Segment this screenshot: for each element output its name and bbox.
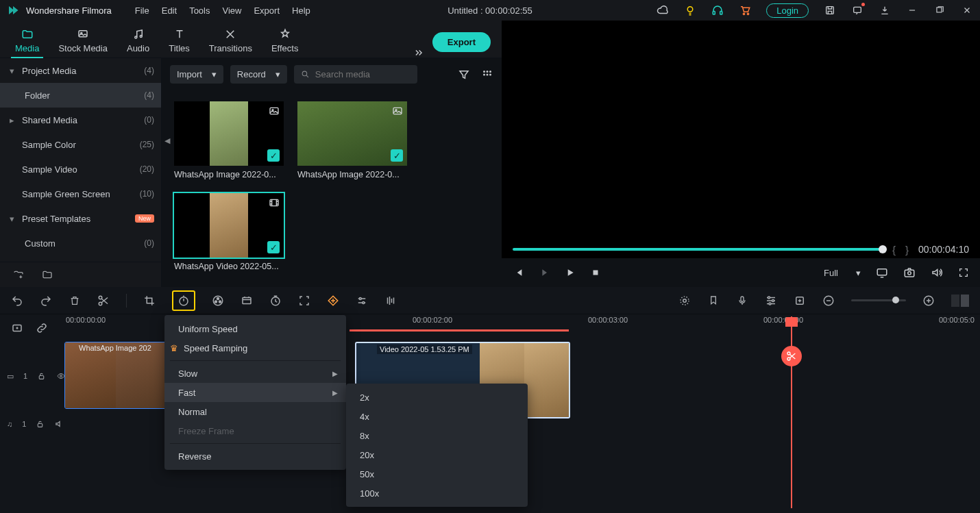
record-dropdown[interactable]: Record▾: [230, 65, 287, 84]
split-badge-icon[interactable]: [781, 346, 802, 366]
ctx-fast[interactable]: Fast▶: [164, 383, 346, 402]
mark-in-icon[interactable]: {: [892, 244, 896, 255]
minimize-icon[interactable]: [906, 4, 918, 16]
duration-icon[interactable]: [269, 295, 282, 307]
tab-transitions[interactable]: Transitions: [199, 25, 262, 58]
import-dropdown[interactable]: Import▾: [170, 65, 223, 84]
tab-titles[interactable]: Titles: [159, 25, 199, 58]
layout-toggle-a[interactable]: [951, 295, 959, 307]
sidebar-item-sample-green[interactable]: Sample Green Screen(10): [0, 182, 161, 206]
speed-icon[interactable]: [172, 290, 195, 311]
cloud-icon[interactable]: [657, 4, 669, 16]
link-icon[interactable]: [36, 322, 48, 334]
motion-tracking-icon[interactable]: [678, 295, 691, 307]
cart-icon[interactable]: [739, 4, 751, 16]
playhead-handle[interactable]: [785, 317, 798, 327]
menu-file[interactable]: File: [135, 5, 149, 16]
sidebar-item-sample-video[interactable]: Sample Video(20): [0, 157, 161, 182]
sidebar-item-shared-media[interactable]: ▸Shared Media(0): [0, 108, 161, 132]
media-clip[interactable]: ✓ WhatsApp Video 2022-05...: [174, 193, 284, 271]
preview-progress[interactable]: [513, 248, 883, 251]
headset-icon[interactable]: [711, 4, 724, 16]
delete-icon[interactable]: [69, 295, 81, 307]
keyframe-icon[interactable]: [327, 295, 339, 307]
ctx-uniform-speed[interactable]: Uniform Speed: [164, 319, 346, 338]
mark-out-icon[interactable]: }: [905, 244, 909, 255]
sidebar-item-preset-templates[interactable]: ▾Preset TemplatesNew: [0, 206, 161, 231]
media-clip[interactable]: ✓ WhatsApp Image 2022-0...: [297, 101, 407, 179]
sidebar-item-project-media[interactable]: ▾Project Media(4): [0, 58, 161, 83]
add-marker-icon[interactable]: [794, 295, 806, 307]
nav-prev-icon[interactable]: ◀: [164, 136, 170, 145]
zoom-in-icon[interactable]: [922, 295, 935, 307]
mute-icon[interactable]: [54, 419, 64, 429]
search-input[interactable]: [294, 65, 417, 84]
save-icon[interactable]: [824, 4, 836, 16]
progress-knob[interactable]: [879, 245, 887, 253]
zoom-out-icon[interactable]: [822, 295, 835, 307]
timeline-clip-image[interactable]: WhatsApp Image 202: [64, 342, 167, 409]
speed-50x[interactable]: 50x: [346, 464, 528, 484]
login-button[interactable]: Login: [766, 3, 809, 18]
step-back-icon[interactable]: [513, 267, 524, 278]
sidebar-item-custom[interactable]: Custom(0): [0, 231, 161, 255]
menu-view[interactable]: View: [222, 5, 241, 16]
search-field[interactable]: [315, 69, 411, 79]
mixer-icon[interactable]: [765, 295, 777, 307]
menu-edit[interactable]: Edit: [162, 5, 177, 16]
speed-2x[interactable]: 2x: [346, 388, 528, 407]
autoreframe-icon[interactable]: [298, 295, 310, 307]
lock-icon[interactable]: [37, 371, 46, 381]
speed-20x[interactable]: 20x: [346, 445, 528, 464]
zoom-range-bar[interactable]: [350, 329, 569, 331]
marker-icon[interactable]: [707, 295, 720, 307]
fullscreen-icon[interactable]: [958, 267, 969, 278]
stop-icon[interactable]: [591, 268, 600, 277]
ctx-reverse[interactable]: Reverse: [164, 447, 346, 466]
message-icon[interactable]: [851, 4, 863, 16]
export-button[interactable]: Export: [432, 32, 491, 52]
zoom-slider[interactable]: [851, 299, 906, 301]
menu-tools[interactable]: Tools: [189, 5, 210, 16]
new-folder-icon[interactable]: [12, 269, 25, 280]
sidebar-item-sample-color[interactable]: Sample Color(25): [0, 132, 161, 157]
sidebar-item-folder[interactable]: Folder(4): [0, 83, 161, 108]
add-track-icon[interactable]: [11, 322, 23, 334]
ctx-normal[interactable]: Normal: [164, 402, 346, 421]
media-clip[interactable]: ◀ ✓ WhatsApp Image 2022-0...: [174, 101, 284, 179]
speed-100x[interactable]: 100x: [346, 484, 528, 503]
tab-media[interactable]: Media: [5, 25, 49, 58]
maximize-icon[interactable]: [933, 4, 946, 16]
split-icon[interactable]: [97, 295, 110, 307]
filter-icon[interactable]: [458, 68, 470, 81]
speed-4x[interactable]: 4x: [346, 407, 528, 426]
speed-8x[interactable]: 8x: [346, 426, 528, 445]
menu-help[interactable]: Help: [292, 5, 310, 16]
ctx-speed-ramping[interactable]: ♛Speed Ramping: [164, 338, 346, 358]
tab-stock-media[interactable]: Stock Media: [49, 25, 117, 58]
close-icon[interactable]: [961, 4, 973, 16]
undo-icon[interactable]: [11, 295, 23, 307]
tab-effects[interactable]: Effects: [262, 25, 308, 58]
lightbulb-icon[interactable]: [684, 4, 696, 16]
display-icon[interactable]: [876, 266, 888, 279]
color-icon[interactable]: [212, 295, 224, 307]
adjust-icon[interactable]: [356, 295, 368, 307]
redo-icon[interactable]: [40, 295, 52, 307]
expand-tabs-icon[interactable]: [405, 48, 432, 58]
volume-icon[interactable]: [931, 266, 943, 279]
video-preview[interactable]: [502, 21, 980, 240]
tab-audio[interactable]: Audio: [117, 25, 159, 58]
voiceover-icon[interactable]: [736, 295, 748, 307]
play-icon[interactable]: [565, 267, 576, 278]
lock-icon[interactable]: [36, 419, 45, 429]
snapshot-icon[interactable]: [903, 266, 916, 279]
crop-icon[interactable]: [143, 295, 156, 307]
render-icon[interactable]: [241, 295, 253, 307]
step-fwd-icon[interactable]: [539, 267, 550, 278]
folder-icon[interactable]: [41, 269, 53, 280]
grid-view-icon[interactable]: [481, 68, 493, 81]
quality-dropdown[interactable]: Full▾: [824, 268, 861, 278]
menu-export[interactable]: Export: [254, 5, 280, 16]
audio-adjust-icon[interactable]: [384, 295, 397, 307]
